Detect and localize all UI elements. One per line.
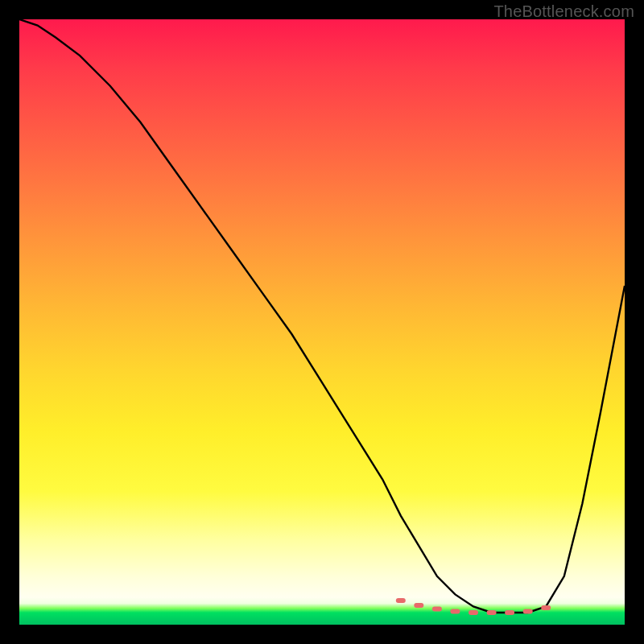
marker-dot <box>396 598 406 603</box>
marker-dot <box>505 610 514 615</box>
marker-dot <box>414 603 423 608</box>
marker-dot <box>487 610 497 615</box>
curve-layer <box>19 19 625 625</box>
curve-path <box>19 19 625 613</box>
marker-dot <box>450 609 460 614</box>
watermark-text: TheBottleneck.com <box>493 2 634 21</box>
bottleneck-curve <box>19 19 625 613</box>
marker-dot <box>523 609 533 614</box>
marker-dot <box>541 605 551 610</box>
marker-dot <box>432 606 442 611</box>
plot-area <box>19 19 625 625</box>
chart-frame: TheBottleneck.com <box>0 0 644 644</box>
marker-dot <box>469 610 478 615</box>
